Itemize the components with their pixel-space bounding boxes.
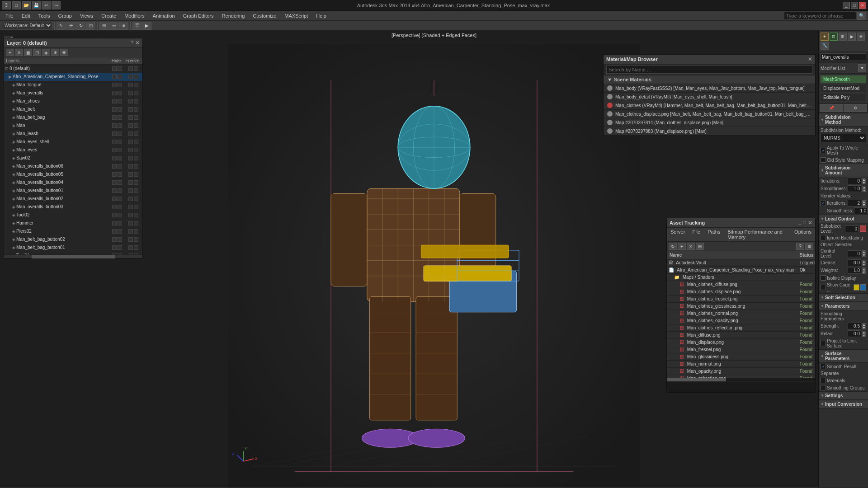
crease-up[interactable]: ▲ bbox=[862, 260, 866, 263]
close-btn[interactable]: ✕ bbox=[859, 2, 866, 9]
smooth-result-checkbox[interactable] bbox=[821, 364, 826, 369]
layer-list-item[interactable]: ◈ Man_overalls_button01 bbox=[4, 187, 142, 195]
asset-table-row[interactable]: 🖼 Man_clothes_fresnel.png Found bbox=[667, 296, 815, 303]
layer-list-item[interactable]: ▶ Afro_American_Carpenter_Standing_Pose bbox=[4, 73, 142, 81]
save-btn[interactable]: 💾 bbox=[32, 1, 41, 9]
layer-panel-header[interactable]: Layer: 0 (default) ? ✕ bbox=[4, 38, 142, 48]
layer-freeze-all-btn[interactable]: ❄ bbox=[51, 49, 59, 56]
subdivision-method-section[interactable]: Subdivision Method bbox=[819, 113, 868, 127]
crease-input[interactable] bbox=[848, 259, 861, 266]
menu-tools[interactable]: Tools bbox=[35, 12, 54, 19]
asset-refresh-btn[interactable]: ↻ bbox=[669, 243, 677, 250]
undo-btn[interactable]: ↩ bbox=[42, 1, 51, 9]
align-btn[interactable]: ≡ bbox=[119, 22, 128, 30]
asset-table-row[interactable]: 🖼 Man_clothes_opacity.png Found bbox=[667, 317, 815, 324]
layer-scrollbar[interactable] bbox=[4, 254, 142, 258]
subdivision-method-select[interactable]: NURMS bbox=[821, 134, 866, 142]
layer-hide-all-btn[interactable]: 👁 bbox=[60, 49, 68, 56]
maximize-btn[interactable]: □ bbox=[851, 2, 858, 9]
layer-close-btn[interactable]: ✕ bbox=[135, 40, 140, 46]
layer-list-item[interactable]: ◈ Man_overalls bbox=[4, 89, 142, 97]
layer-list-item[interactable]: ◈ Man_eyes bbox=[4, 146, 142, 154]
menu-group[interactable]: Group bbox=[54, 12, 75, 19]
move-btn[interactable]: ✛ bbox=[66, 22, 75, 30]
weight-down[interactable]: ▼ bbox=[862, 271, 866, 274]
layer-list-item[interactable]: ◈ Hammer bbox=[4, 219, 142, 227]
render-setup-btn[interactable]: 🎬 bbox=[132, 22, 142, 30]
layer-list-item[interactable]: ◈ Man_belt bbox=[4, 105, 142, 113]
relax-up[interactable]: ▲ bbox=[862, 331, 866, 334]
show-cage-checkbox[interactable] bbox=[821, 285, 826, 290]
asset-menu-options[interactable]: Options bbox=[793, 229, 813, 240]
workspace-dropdown[interactable]: Workspace: Default bbox=[2, 22, 52, 29]
layer-list-item[interactable]: ◈ Man_overalls_button02 bbox=[4, 195, 142, 203]
menu-edit[interactable]: Edit bbox=[18, 12, 34, 19]
modifier-editablepoly[interactable]: Editable Poly bbox=[820, 93, 867, 102]
layer-delete-btn[interactable]: ✕ bbox=[15, 49, 23, 56]
material-list-item[interactable]: Man_clothes (VRayMtl) [Hammer, Man_belt,… bbox=[604, 101, 815, 110]
new-btn[interactable]: □ bbox=[12, 1, 21, 9]
menu-animation[interactable]: Animation bbox=[149, 12, 179, 19]
project-limit-checkbox[interactable] bbox=[821, 341, 826, 346]
layer-list-item[interactable]: ◈ Man bbox=[4, 122, 142, 130]
menu-graph-editors[interactable]: Graph Editors bbox=[179, 12, 217, 19]
old-style-checkbox[interactable] bbox=[821, 157, 826, 163]
ignore-backfacing-checkbox[interactable] bbox=[821, 235, 826, 240]
asset-menu-file[interactable]: File bbox=[690, 229, 702, 240]
menu-maxscript[interactable]: MAXScript bbox=[281, 12, 311, 19]
cage-color-2[interactable] bbox=[860, 284, 866, 291]
rotate-btn[interactable]: ↻ bbox=[76, 22, 85, 30]
layer-new-btn[interactable]: + bbox=[6, 49, 14, 56]
asset-add-btn[interactable]: + bbox=[678, 243, 686, 250]
control-level-up[interactable]: ▲ bbox=[862, 250, 866, 253]
asset-settings-btn[interactable]: ⚙ bbox=[805, 243, 813, 250]
asset-close-btn[interactable]: ✕ bbox=[808, 220, 812, 226]
modifier-displacement[interactable]: DisplacementMod bbox=[820, 84, 867, 93]
layer-list-item[interactable]: ◈ Tool02 bbox=[4, 211, 142, 219]
material-browser-header[interactable]: Material/Map Browser ✕ bbox=[604, 55, 815, 64]
asset-table-row[interactable]: 🖼 Man_fresnel.png Found bbox=[667, 346, 815, 353]
asset-table-row[interactable]: 🖼 Man_glossiness.png Found bbox=[667, 353, 815, 361]
mod-modify-tab[interactable]: ⊡ bbox=[830, 33, 838, 41]
layer-list-item[interactable]: ◈ Man_tongue bbox=[4, 81, 142, 89]
layer-list-item[interactable]: ◈ Man_belt_bag_button02 bbox=[4, 235, 142, 244]
menu-create[interactable]: Create bbox=[98, 12, 120, 19]
mod-display-tab[interactable]: 👁 bbox=[857, 33, 865, 41]
strength-up[interactable]: ▲ bbox=[862, 323, 866, 326]
asset-menu-server[interactable]: Server bbox=[669, 229, 687, 240]
menu-rendering[interactable]: Rendering bbox=[218, 12, 249, 19]
materials-checkbox[interactable] bbox=[821, 378, 826, 383]
subdivision-amount-section[interactable]: Subdivision Amount bbox=[819, 164, 868, 177]
modifier-list-arrow[interactable]: ▼ bbox=[858, 64, 866, 72]
soft-selection-section[interactable]: Soft Selection bbox=[819, 293, 868, 302]
asset-remove-btn[interactable]: ✕ bbox=[687, 243, 695, 250]
parameters-section[interactable]: Parameters bbox=[819, 302, 868, 310]
asset-scrollbar[interactable] bbox=[667, 378, 815, 381]
layer-list-item[interactable]: ◈ Man_belt_bag bbox=[4, 113, 142, 122]
material-list[interactable]: Man_body (VRayFastSSS2) [Man, Man_eyes, … bbox=[604, 84, 815, 136]
smoothness-input[interactable] bbox=[848, 185, 861, 192]
weight-up[interactable]: ▲ bbox=[862, 267, 866, 271]
asset-maximize-btn[interactable]: □ bbox=[803, 220, 806, 226]
control-level-down[interactable]: ▼ bbox=[862, 253, 866, 257]
material-list-item[interactable]: Map #2070297883 (Man_displace.png) [Man] bbox=[604, 127, 815, 136]
snap-btn[interactable]: ⊞ bbox=[99, 22, 108, 30]
menu-help[interactable]: Help bbox=[312, 12, 330, 19]
material-browser-close[interactable]: ✕ bbox=[808, 56, 812, 62]
layer-list-item[interactable]: ◈ Man_shoes bbox=[4, 97, 142, 105]
select-btn[interactable]: ↖ bbox=[57, 22, 66, 30]
asset-list[interactable]: Name Status 🏛 Autodesk Vault Logged Out … bbox=[667, 251, 815, 378]
modifier-meshsmooth[interactable]: MeshSmooth bbox=[820, 75, 867, 84]
asset-tracking-header[interactable]: Asset Tracking _ □ ✕ bbox=[667, 218, 815, 228]
render-iter-input[interactable] bbox=[848, 200, 861, 206]
asset-menu-paths[interactable]: Paths bbox=[706, 229, 722, 240]
search-btn[interactable]: 🔍 bbox=[857, 12, 866, 20]
menu-modifiers[interactable]: Modifiers bbox=[121, 12, 148, 19]
asset-menu-bitmap[interactable]: Bitmap Performance and Memory bbox=[726, 229, 789, 240]
weight-input[interactable] bbox=[848, 267, 861, 274]
layer-list-item[interactable]: ◈ Man_eyes_shell bbox=[4, 138, 142, 146]
subobject-input[interactable] bbox=[845, 225, 859, 232]
iterations-up[interactable]: ▲ bbox=[862, 178, 866, 181]
asset-table-row[interactable]: 📁 Maps / Shaders bbox=[667, 274, 815, 281]
layer-help-btn[interactable]: ? bbox=[131, 40, 133, 46]
